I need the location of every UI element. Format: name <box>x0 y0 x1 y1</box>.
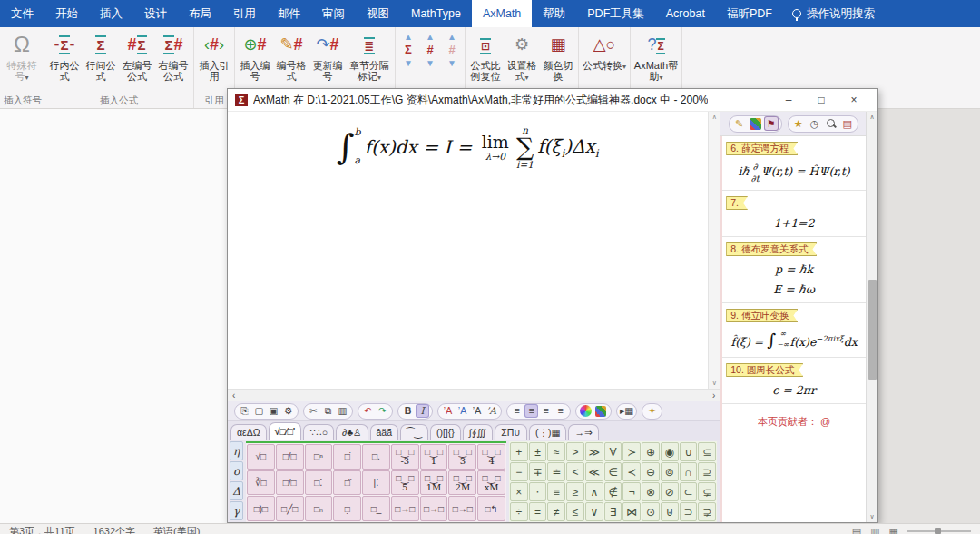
symbol-cell[interactable]: ≥ <box>566 482 584 501</box>
symbol-cell[interactable]: ∀ <box>604 442 622 461</box>
template-cell[interactable]: □̣ <box>333 496 361 521</box>
template-cell[interactable]: □‿□ xM <box>477 470 505 496</box>
minimize-button[interactable]: – <box>772 89 805 111</box>
template-cell[interactable]: □‿□ -3 <box>391 444 419 470</box>
template-cell[interactable]: □/□ <box>276 444 304 470</box>
symbol-cell[interactable]: × <box>510 482 528 501</box>
symbol-cell[interactable]: > <box>566 442 584 461</box>
scale-reset-button[interactable]: ⊡ 公式比例复位 <box>467 29 504 82</box>
template-cell[interactable]: □ⁿ <box>305 444 333 470</box>
align-center-button[interactable]: ≡ <box>524 404 538 418</box>
template-cell[interactable]: □̈ <box>333 470 361 496</box>
palette-tab-brackets[interactable]: ()[]{} <box>430 424 461 440</box>
scroll-up-icon[interactable]: ∧ <box>869 114 874 121</box>
symbol-cell[interactable]: ≠ <box>547 502 565 521</box>
tab-file[interactable]: 文件 <box>0 0 44 27</box>
paste-button[interactable]: ▥ <box>336 404 349 418</box>
palette-tab-greek[interactable]: αεΔΩ <box>230 424 267 440</box>
tab-help[interactable]: 帮助 <box>532 0 576 27</box>
template-cell[interactable]: □⁚ <box>305 470 333 496</box>
palette-tab-matrix[interactable]: (⋮)▦ <box>529 424 566 440</box>
search-library-button[interactable] <box>824 116 838 131</box>
symbol-cell[interactable]: ≪ <box>585 462 603 481</box>
palette-tab-accents[interactable]: âäã <box>370 424 399 440</box>
symbol-cell[interactable]: − <box>510 462 528 481</box>
library-entry[interactable]: 10. 圆周长公式 c = 2πr <box>722 358 866 404</box>
set-format-button[interactable]: ⚙ 设置格式▾ <box>504 29 540 84</box>
symbol-cell[interactable]: ⊗ <box>642 482 660 501</box>
inline-formula-button[interactable]: -Σ- 行内公式 <box>46 29 83 82</box>
insert-number-button[interactable]: ⊕# 插入编号 <box>237 29 273 82</box>
italic-button[interactable]: I <box>416 404 429 418</box>
library-entry[interactable]: 9. 傅立叶变换 f̂(ξ) = ∫∞−∞f(x)e−2πixξdx <box>722 303 866 358</box>
symbol-cell[interactable]: ∈ <box>604 462 622 481</box>
template-cell[interactable]: □‿□ 1 <box>420 444 448 470</box>
symbol-cell[interactable]: ∩ <box>680 462 698 481</box>
bold-button[interactable]: B <box>401 404 415 418</box>
recent-symbol[interactable]: Δ <box>230 481 243 500</box>
tell-me-search[interactable]: 操作说明搜索 <box>792 0 875 27</box>
symbol-cell[interactable]: ≐ <box>547 462 565 481</box>
favorites-button[interactable]: ★ <box>791 116 806 131</box>
symbol-cell[interactable]: ⊎ <box>661 502 679 521</box>
template-cell[interactable]: □‿□ 5 <box>391 470 419 496</box>
template-cell[interactable]: |⁚ <box>362 470 390 496</box>
recent-symbol[interactable]: η <box>230 441 243 460</box>
word-count[interactable]: 1632个字 <box>93 525 135 534</box>
template-cell[interactable]: □_ <box>362 496 390 521</box>
new-formula-button[interactable]: ▢ <box>252 404 266 418</box>
symbol-cell[interactable]: ⊙ <box>642 502 660 521</box>
tab-mathtype[interactable]: MathType <box>400 0 472 27</box>
template-cell[interactable]: □→□ <box>448 496 476 521</box>
maximize-button[interactable]: □ <box>805 89 838 111</box>
template-cell[interactable]: □. <box>362 444 390 470</box>
axmath-help-button[interactable]: ?Σ AxMath帮助▾ <box>632 29 680 84</box>
template-cell[interactable]: □→□ <box>391 496 419 521</box>
spinner-up-icon[interactable]: ▲ <box>426 33 435 41</box>
library-entry[interactable]: 6. 薛定谔方程 iℏ∂∂tΨ(r,t) = ĤΨ(r,t) <box>722 136 866 191</box>
template-cell[interactable]: □̇ <box>333 444 361 470</box>
formula-canvas[interactable]: ∫ ba f(x)dx = I = limλ→0 n∑i=1 f(ξi)Δxi … <box>228 112 720 389</box>
palette-tab-templates[interactable]: √□⁄□' <box>269 422 302 440</box>
palette-tab-integrals[interactable]: ∫∮∭ <box>463 424 493 440</box>
symbol-cell[interactable]: ∃ <box>604 502 622 521</box>
palette-tab-misc[interactable]: ∂♣♙ <box>336 424 368 440</box>
scroll-right-icon[interactable]: › <box>712 391 715 400</box>
template-cell[interactable]: □╱□ <box>276 496 304 521</box>
cut-button[interactable]: ✂ <box>307 404 320 418</box>
spinner-down-icon[interactable]: ▼ <box>447 59 456 67</box>
web-layout-icon[interactable]: ▦ <box>889 525 898 534</box>
spinner-up-icon[interactable]: ▲ <box>404 33 413 41</box>
page-indicator[interactable]: 第3页，共11页 <box>9 525 75 534</box>
symbol-cell[interactable]: ± <box>529 442 547 461</box>
read-mode-icon[interactable]: ▤ <box>852 525 861 534</box>
symbol-cell[interactable]: ⊃ <box>680 502 698 521</box>
symbol-cell[interactable]: ∨ <box>585 502 603 521</box>
style-function-button[interactable]: ’A <box>470 404 484 418</box>
symbol-cell[interactable]: ≫ <box>585 442 603 461</box>
redo-button[interactable]: ↷ <box>376 404 389 418</box>
scroll-left-icon[interactable]: ‹ <box>232 391 235 400</box>
library-scrollbar[interactable]: ∧ ∨ <box>866 112 877 522</box>
symbol-cell[interactable]: ÷ <box>510 502 528 521</box>
symbol-cell[interactable]: ≡ <box>547 482 565 501</box>
scroll-down-icon[interactable]: ∨ <box>712 380 717 387</box>
tab-foxit-pdf[interactable]: 福昕PDF <box>716 0 783 27</box>
scroll-up-icon[interactable]: ∧ <box>712 114 717 121</box>
symbol-cell[interactable]: ∓ <box>529 462 547 481</box>
symbol-cell[interactable]: ⊕ <box>642 442 660 461</box>
template-cell[interactable]: □↰ <box>477 496 505 521</box>
tab-home[interactable]: 开始 <box>44 0 89 27</box>
scroll-down-icon[interactable]: ∨ <box>869 513 874 520</box>
library-entry[interactable]: 7. 1+1=2 <box>722 191 866 237</box>
canvas-horizontal-scrollbar[interactable]: ‹ › <box>228 389 720 400</box>
tab-insert[interactable]: 插入 <box>89 0 133 27</box>
copy-button[interactable]: ⧉ <box>321 404 335 418</box>
align-distribute-button[interactable]: ≡ <box>554 404 567 418</box>
symbol-cell[interactable]: ≺ <box>622 462 641 481</box>
spinner-up-icon[interactable]: ▲ <box>447 33 456 41</box>
document-area[interactable] <box>0 109 227 523</box>
style-text-button[interactable]: ’A <box>456 404 469 418</box>
template-cell[interactable]: □‿□ 3 <box>448 444 476 470</box>
left-numbered-formula-button[interactable]: #Σ 左编号公式 <box>119 29 155 82</box>
